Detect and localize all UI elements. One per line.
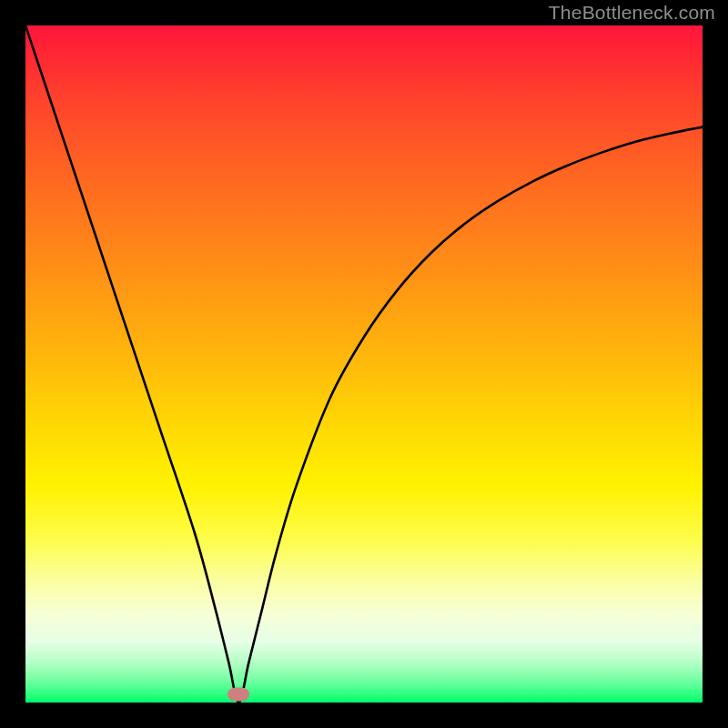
bottleneck-curve <box>25 25 703 703</box>
plot-area <box>25 25 703 703</box>
chart-frame: TheBottleneck.com <box>0 0 728 728</box>
watermark-label: TheBottleneck.com <box>549 2 715 24</box>
optimal-point-marker <box>228 688 249 702</box>
curve-path <box>25 25 703 703</box>
